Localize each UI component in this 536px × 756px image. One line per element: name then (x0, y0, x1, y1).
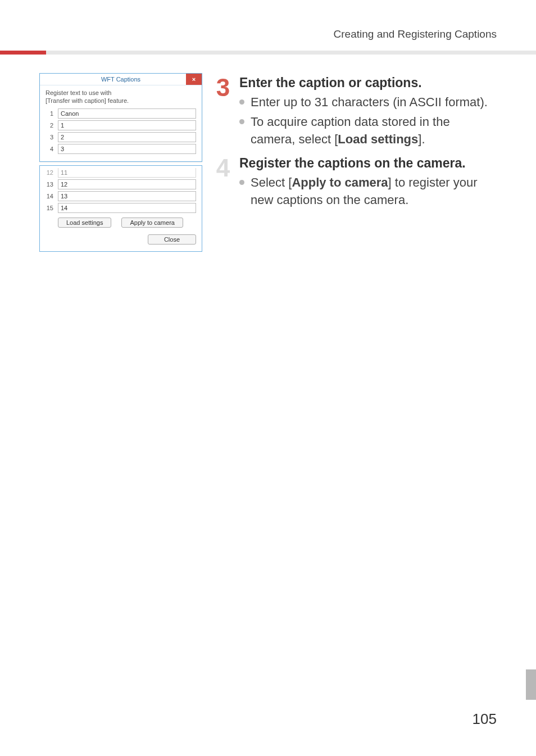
caption-row: 15 14 (46, 203, 196, 213)
wft-captions-dialog-top: WFT Captions × Register text to use with… (39, 73, 202, 162)
caption-input[interactable]: Canon (58, 108, 196, 119)
bullet-bold: Load settings (338, 132, 418, 146)
bullet-bold: Apply to camera (292, 175, 388, 189)
dialog-titlebar: WFT Captions × (40, 74, 202, 85)
caption-row: 3 2 (46, 132, 196, 142)
caption-input[interactable]: 14 (58, 203, 196, 213)
row-number: 1 (46, 110, 53, 117)
step-title: Enter the caption or captions. (239, 75, 497, 90)
header-divider (0, 51, 536, 55)
caption-input[interactable]: 3 (58, 144, 196, 154)
caption-row: 4 3 (46, 144, 196, 154)
caption-input[interactable]: 11 (58, 168, 196, 178)
row-number: 15 (46, 205, 53, 211)
caption-row: 13 12 (46, 179, 196, 189)
caption-row: 12 11 (46, 168, 196, 178)
apply-to-camera-button[interactable]: Apply to camera (121, 218, 183, 228)
close-button[interactable]: Close (148, 234, 196, 245)
bullet-text: ]. (418, 132, 425, 146)
close-icon[interactable]: × (186, 74, 202, 85)
row-number: 12 (46, 169, 53, 176)
caption-input[interactable]: 1 (58, 120, 196, 130)
caption-row: 2 1 (46, 120, 196, 130)
bullet-item: Enter up to 31 characters (in ASCII form… (239, 94, 497, 111)
row-number: 4 (46, 146, 53, 152)
step-title: Register the captions on the camera. (239, 156, 497, 171)
caption-row: 1 Canon (46, 108, 196, 119)
row-number: 13 (46, 181, 53, 188)
dialog-instruction: Register text to use with [Transfer with… (46, 89, 196, 105)
section-title: Creating and Registering Captions (0, 28, 536, 40)
bullet-item: To acquire caption data stored in the ca… (239, 114, 497, 148)
wft-captions-dialog-bottom: 12 11 13 12 14 13 15 14 Load settings (39, 165, 202, 252)
row-number: 2 (46, 122, 53, 129)
row-number: 14 (46, 193, 53, 200)
bullet-item: Select [Apply to camera] to register you… (239, 174, 497, 209)
row-number: 3 (46, 134, 53, 141)
bullet-text: Select [ (251, 175, 292, 189)
dialog-instruction-line2: [Transfer with caption] feature. (46, 97, 129, 104)
dialog-instruction-line1: Register text to use with (46, 89, 111, 96)
caption-row: 14 13 (46, 191, 196, 201)
step-number: 4 (215, 156, 231, 180)
side-tab-marker (526, 669, 536, 700)
caption-input[interactable]: 13 (58, 191, 196, 201)
caption-input[interactable]: 2 (58, 132, 196, 142)
page-number: 105 (473, 710, 497, 728)
dialog-title: WFT Captions (101, 76, 140, 83)
step-number: 3 (215, 75, 231, 100)
load-settings-button[interactable]: Load settings (58, 218, 111, 228)
caption-input[interactable]: 12 (58, 179, 196, 189)
